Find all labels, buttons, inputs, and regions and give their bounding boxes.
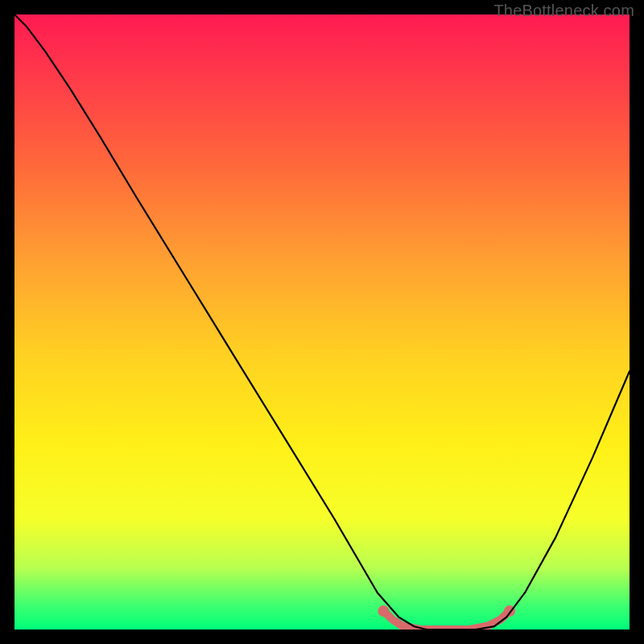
plot-area	[14, 14, 630, 630]
bottleneck-curve-path	[14, 14, 630, 630]
chart-frame: TheBottleneck.com	[0, 0, 644, 644]
curve-layer	[14, 14, 630, 630]
tolerance-dots	[378, 605, 515, 617]
watermark-text: TheBottleneck.com	[493, 2, 634, 20]
tolerance-dot	[378, 605, 389, 617]
